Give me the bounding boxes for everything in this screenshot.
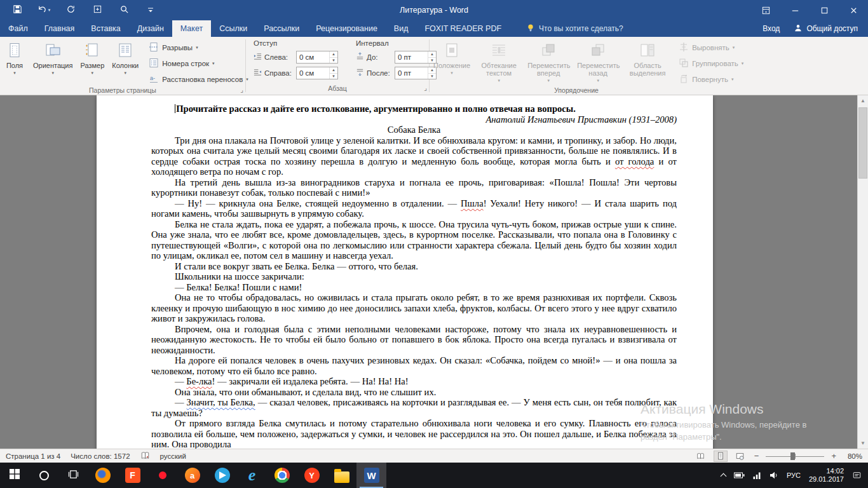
spinner-arrows[interactable]: ▲▼	[329, 67, 337, 79]
language-indicator-taskbar[interactable]: РУС	[787, 471, 801, 479]
paragraph[interactable]: Три дня она плакала на Почтовой улице у …	[151, 135, 677, 177]
share-button[interactable]: Общий доступ	[794, 24, 858, 34]
hyphenation-button[interactable]: а- Расстановка переносов ▾	[149, 74, 248, 85]
tab-вид[interactable]: Вид	[386, 20, 417, 37]
paragraph[interactable]: Она не то чтобы обрадовалась, но оживила…	[151, 292, 677, 324]
minimize-button[interactable]	[780, 0, 810, 20]
spinner-arrows[interactable]: ▲▼	[329, 51, 337, 63]
tab-foxit-reader-pdf[interactable]: FOXIT READER PDF	[416, 20, 510, 37]
paragraph[interactable]: Прочитайте рассказ и дайте его истолкова…	[151, 104, 677, 114]
taskbar-clock[interactable]: 14:02 29.01.2017	[809, 467, 844, 484]
indent-right-input[interactable]: 0 см ▲▼	[296, 67, 338, 79]
bring-forward-button[interactable]: Переместить вперед ▾	[524, 39, 573, 85]
paragraph[interactable]: Собака Белка	[151, 125, 677, 135]
paragraph[interactable]: — Ну! — крикнула она Белке, стоящей недо…	[151, 198, 677, 219]
scrollbar-thumb[interactable]	[858, 107, 867, 179]
tab-вставка[interactable]: Вставка	[83, 20, 128, 37]
spacing-before-icon	[356, 51, 364, 63]
taskbar-icon-firefox[interactable]	[88, 463, 118, 488]
breaks-button[interactable]: Разрывы ▾	[149, 42, 248, 53]
find-button[interactable]	[111, 0, 137, 20]
zoom-slider-thumb[interactable]	[790, 452, 795, 460]
align-button[interactable]: Выровнять ▾	[679, 42, 743, 53]
paragraph[interactable]: На дороге ей попался человек в очень пах…	[151, 355, 677, 376]
taskbar-icon-foxit-pdf[interactable]: F	[118, 463, 147, 488]
taskbar-icon-word[interactable]: W	[356, 463, 386, 488]
taskbar-icon-telegram[interactable]	[207, 463, 237, 488]
ribbon-display-options-button[interactable]	[751, 0, 780, 20]
task-view-button[interactable]	[58, 463, 88, 488]
close-button[interactable]	[839, 0, 868, 20]
taskbar-icon-amigo[interactable]: a	[177, 463, 207, 488]
taskbar-icon-internet-explorer[interactable]: e	[237, 463, 267, 488]
send-backward-button[interactable]: Переместить назад ▾	[573, 39, 623, 85]
word-count[interactable]: Число слов: 1572	[71, 452, 130, 460]
zoom-level[interactable]: 80%	[843, 452, 862, 460]
tab-рецензирование[interactable]: Рецензирование	[308, 20, 386, 37]
paragraph[interactable]: На третий день вышла из-за виноградников…	[151, 177, 677, 198]
paragraph[interactable]: И стали все вокруг звать ее Белка. Белка…	[151, 261, 677, 272]
position-button[interactable]: Положение ▾	[430, 39, 474, 85]
paragraph[interactable]: — Бе-лка! — закричали ей издалека ребята…	[151, 376, 677, 387]
paragraph[interactable]: Она знала, что они обманывают, и сделала…	[151, 387, 677, 398]
taskbar-icon-yandex-browser[interactable]: Y	[297, 463, 327, 488]
volume-icon[interactable]	[770, 471, 778, 479]
action-center-icon[interactable]	[852, 471, 862, 480]
selection-pane-button[interactable]: Область выделения	[623, 39, 672, 85]
document-page[interactable]: Прочитайте рассказ и дайте его истолкова…	[97, 95, 713, 449]
zoom-slider[interactable]	[766, 452, 824, 461]
search-button[interactable]	[29, 463, 58, 488]
columns-button[interactable]: Колонки ▾	[108, 39, 142, 85]
scroll-up-arrow[interactable]: ▲	[858, 95, 868, 106]
touch-mode-button[interactable]	[84, 0, 111, 20]
sign-in-button[interactable]: Вход	[763, 24, 780, 33]
battery-icon[interactable]	[734, 472, 745, 478]
customize-quick-access-button[interactable]	[137, 0, 164, 20]
web-layout-button[interactable]	[733, 451, 747, 462]
save-button[interactable]	[4, 0, 31, 20]
page-text: Прочитайте рассказ и дайте его истолкова…	[97, 95, 713, 449]
page-indicator[interactable]: Страница 1 из 4	[6, 452, 60, 460]
undo-button[interactable]: ▾	[31, 0, 57, 20]
paragraph[interactable]: Анатолий Игнатьевич Приставкин (1931–200…	[151, 114, 677, 125]
paragraph[interactable]: Впрочем, она и голодная была с этими неп…	[151, 324, 677, 356]
tab-дизайн[interactable]: Дизайн	[129, 20, 172, 37]
paragraph[interactable]: — Значит, ты Белка, — сказал человек, пр…	[151, 397, 677, 418]
network-icon[interactable]	[753, 471, 761, 479]
line-numbers-button[interactable]: Номера строк ▾	[149, 58, 248, 69]
wrap-text-button[interactable]: Обтекание текстом ▾	[474, 39, 524, 85]
zoom-out-button[interactable]: −	[753, 451, 761, 461]
tab-ссылки[interactable]: Ссылки	[211, 20, 255, 37]
margins-button[interactable]: Поля ▾	[0, 39, 29, 85]
orientation-button[interactable]: Ориентация ▾	[29, 39, 76, 85]
tab-рассылки[interactable]: Рассылки	[255, 20, 308, 37]
proofing-icon[interactable]	[140, 451, 150, 461]
vertical-scrollbar[interactable]: ▲ ▼	[857, 95, 868, 449]
maximize-button[interactable]	[810, 0, 839, 20]
paragraph[interactable]: Школьники на шоссе закричали:	[151, 271, 677, 282]
tell-me[interactable]: Что вы хотите сделать?	[526, 20, 623, 37]
start-button[interactable]	[0, 463, 29, 488]
paragraph[interactable]: — Белка! Белка! Пошли с нами!	[151, 282, 677, 293]
read-mode-button[interactable]	[694, 451, 708, 462]
tab-главная[interactable]: Главная	[36, 20, 83, 37]
taskbar-icon-chrome[interactable]	[267, 463, 297, 488]
print-layout-button[interactable]	[714, 451, 728, 462]
indent-left-input[interactable]: 0 см ▲▼	[296, 51, 338, 64]
tab-файл[interactable]: Файл	[0, 20, 36, 37]
rotate-button[interactable]: Повернуть ▾	[679, 74, 743, 85]
taskbar-icon-file-explorer[interactable]	[327, 463, 356, 488]
language-indicator[interactable]: русский	[160, 452, 186, 460]
tray-expand-icon[interactable]	[721, 472, 726, 478]
paragraph[interactable]: Белка не стала ждать, пока ее ударят, а …	[151, 219, 677, 261]
zoom-in-button[interactable]: +	[830, 451, 837, 461]
taskbar-icon-opera[interactable]	[147, 463, 177, 488]
paragraph[interactable]: От прямого взгляда Белка смутилась и пот…	[151, 418, 677, 449]
size-button[interactable]: Размер ▾	[76, 39, 108, 85]
page-setup-dialog-launcher[interactable]: ⌟	[240, 86, 243, 94]
scroll-down-arrow[interactable]: ▼	[858, 438, 868, 449]
paragraph-dialog-launcher[interactable]: ⌟	[424, 85, 427, 92]
redo-button[interactable]	[57, 0, 84, 20]
group-button[interactable]: Группировать ▾	[679, 58, 743, 69]
tab-макет[interactable]: Макет	[172, 20, 211, 37]
